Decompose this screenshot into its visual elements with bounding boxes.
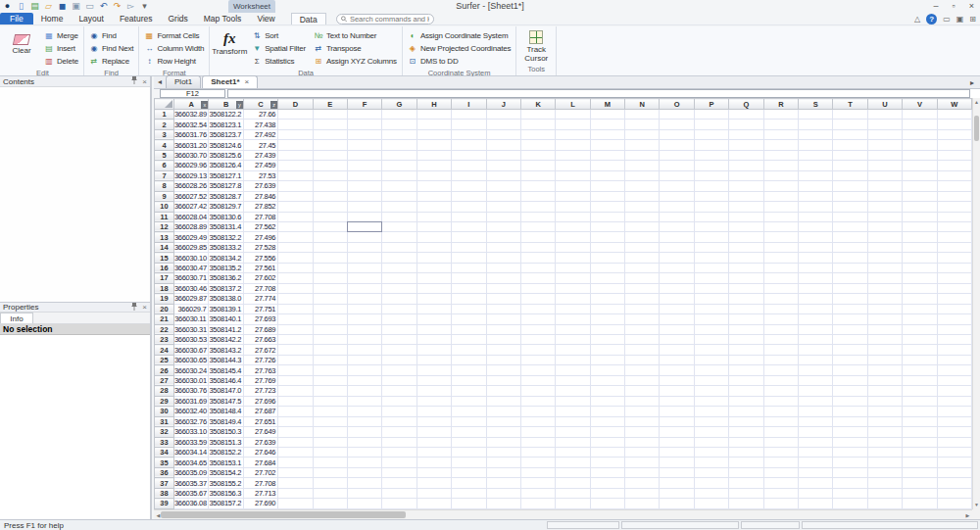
cell[interactable] <box>486 334 520 344</box>
cell[interactable] <box>520 499 555 508</box>
cell[interactable] <box>763 140 798 150</box>
cell[interactable] <box>799 478 833 488</box>
cell[interactable] <box>313 416 347 426</box>
cell[interactable] <box>278 437 313 447</box>
cell[interactable]: 27.708 <box>243 478 277 488</box>
cell[interactable] <box>313 129 347 139</box>
tab-scroll-right-icon[interactable]: ▸ <box>966 77 978 89</box>
cell[interactable] <box>799 191 833 201</box>
cell[interactable] <box>694 467 728 477</box>
cell[interactable] <box>867 221 902 231</box>
cell[interactable] <box>382 242 416 252</box>
cell[interactable] <box>486 345 520 355</box>
cell[interactable]: 27.53 <box>243 170 277 180</box>
row-header-33[interactable]: 33 <box>155 437 174 447</box>
row-header-30[interactable]: 30 <box>155 407 174 416</box>
ribbon-tab-file[interactable]: File <box>0 13 33 24</box>
cell[interactable] <box>625 334 660 344</box>
cell[interactable] <box>867 273 902 283</box>
cell[interactable]: 366032.89 <box>174 110 209 120</box>
cell[interactable] <box>867 170 902 180</box>
cell[interactable] <box>347 191 381 201</box>
cell[interactable] <box>278 263 313 272</box>
document-tab-plot1[interactable]: Plot1 <box>166 75 201 88</box>
row-header-6[interactable]: 6 <box>155 161 174 170</box>
cell[interactable] <box>347 161 381 170</box>
cell[interactable] <box>903 273 937 283</box>
cell[interactable] <box>660 120 694 129</box>
cell[interactable] <box>763 447 798 457</box>
cell[interactable] <box>313 191 347 201</box>
cell[interactable] <box>903 407 937 416</box>
cell[interactable]: 27.651 <box>243 416 277 426</box>
cell[interactable] <box>382 427 416 437</box>
cell[interactable] <box>382 396 416 406</box>
cell[interactable] <box>625 191 660 201</box>
cell[interactable] <box>625 355 660 364</box>
cell[interactable] <box>660 365 694 375</box>
cell[interactable] <box>590 253 624 263</box>
cell[interactable] <box>799 140 833 150</box>
cell[interactable] <box>347 365 381 375</box>
cell[interactable] <box>937 263 971 272</box>
button-sort[interactable]: ⇅Sort <box>250 29 308 42</box>
cell[interactable] <box>729 324 763 334</box>
cell[interactable] <box>520 386 555 396</box>
cell[interactable] <box>416 386 451 396</box>
cell[interactable] <box>833 294 867 304</box>
cell[interactable] <box>590 396 624 406</box>
cell[interactable] <box>660 191 694 201</box>
cell[interactable] <box>590 458 624 467</box>
cell[interactable]: 366029.7 <box>174 304 209 313</box>
cell[interactable] <box>625 170 660 180</box>
cell[interactable] <box>590 161 624 170</box>
cell[interactable] <box>694 263 728 272</box>
cell[interactable] <box>763 416 798 426</box>
cell[interactable] <box>903 499 937 508</box>
cell[interactable] <box>486 375 520 385</box>
cell[interactable] <box>382 334 416 344</box>
cell[interactable] <box>452 221 486 231</box>
cell[interactable]: 3508122.2 <box>209 110 243 120</box>
cell[interactable] <box>486 314 520 324</box>
cell[interactable]: 27.639 <box>243 437 277 447</box>
cell[interactable] <box>313 263 347 272</box>
cell[interactable]: 366030.53 <box>174 334 209 344</box>
cell[interactable] <box>903 375 937 385</box>
row-header-19[interactable]: 19 <box>155 294 174 304</box>
cell[interactable] <box>625 253 660 263</box>
cell[interactable] <box>520 212 555 221</box>
cell[interactable] <box>382 416 416 426</box>
cell[interactable] <box>833 345 867 355</box>
cell[interactable] <box>937 386 971 396</box>
cell[interactable] <box>660 334 694 344</box>
cell[interactable] <box>660 427 694 437</box>
cell[interactable]: 27.562 <box>243 221 277 231</box>
cell[interactable]: 27.556 <box>243 253 277 263</box>
cell[interactable] <box>520 181 555 191</box>
cell[interactable] <box>556 191 590 201</box>
cell[interactable] <box>416 253 451 263</box>
cell[interactable] <box>799 467 833 477</box>
cell[interactable] <box>694 334 728 344</box>
cell[interactable]: 3508150.3 <box>209 427 243 437</box>
row-header-13[interactable]: 13 <box>155 232 174 242</box>
row-header-25[interactable]: 25 <box>155 355 174 364</box>
cell[interactable]: 366028.04 <box>174 212 209 221</box>
cell[interactable]: 366030.10 <box>174 253 209 263</box>
notification-icon[interactable]: △ <box>914 15 920 24</box>
cell[interactable] <box>937 447 971 457</box>
cell[interactable] <box>729 181 763 191</box>
cell[interactable] <box>763 110 798 120</box>
cell[interactable]: 3508139.1 <box>209 304 243 313</box>
cell[interactable] <box>590 294 624 304</box>
cell[interactable] <box>347 375 381 385</box>
cell[interactable]: 3508133.2 <box>209 242 243 252</box>
cell[interactable] <box>867 365 902 375</box>
cell[interactable] <box>763 150 798 160</box>
column-header-m[interactable]: M <box>590 99 624 110</box>
cell[interactable] <box>903 110 937 120</box>
cell[interactable] <box>694 253 728 263</box>
cell[interactable]: 27.690 <box>243 499 277 508</box>
column-header-s[interactable]: S <box>799 99 833 110</box>
